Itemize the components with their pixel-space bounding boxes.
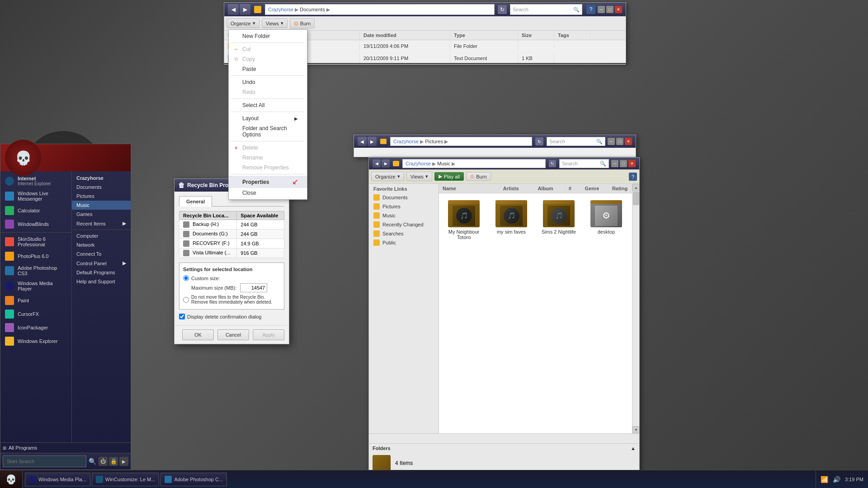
organize-button[interactable]: Organize ▾ [226, 19, 259, 28]
search-bar[interactable]: Search 🔍 [547, 137, 605, 146]
folder-item-2[interactable]: 🎵 my sim faves [491, 198, 532, 429]
menu-item-iconpackager[interactable]: IconPackager [0, 321, 71, 334]
taskbar-item-photoshop[interactable]: Adobe Photoshop C... [160, 473, 227, 486]
folder-item-3[interactable]: 🎵 Sims 2 Nightlife [538, 198, 579, 429]
views-button[interactable]: Views ▾ [406, 172, 432, 181]
help-button[interactable]: ? [629, 173, 637, 181]
refresh-button[interactable]: ↻ [498, 5, 507, 14]
max-size-input[interactable] [240, 283, 267, 292]
ctx-copy[interactable]: ⧉ Copy [229, 54, 307, 64]
col-date[interactable]: Date modified [360, 31, 450, 40]
minimize-button[interactable]: ─ [611, 160, 618, 167]
drive-row[interactable]: Vista Ultimate (... 916 GB [179, 249, 284, 258]
breadcrumb-root[interactable]: Crazyhorse [268, 7, 293, 12]
ctx-delete[interactable]: ✕ Delete [229, 143, 307, 153]
folder-item-4[interactable]: ⚙ desktop [586, 198, 627, 429]
folder-item-1[interactable]: 🎵 My Neighbour Totoro [443, 198, 484, 429]
back-button[interactable]: ◀ [228, 4, 239, 15]
sidebar-documents[interactable]: Documents [369, 193, 439, 202]
no-move-radio[interactable]: Do not move files to the Recycle Bin. Re… [183, 294, 280, 305]
menu-place-computer[interactable]: Computer [72, 231, 131, 240]
forward-button[interactable]: ▶ [368, 137, 377, 146]
col-genre[interactable]: Genre [581, 184, 609, 193]
back-button[interactable]: ◀ [358, 137, 367, 146]
ctx-undo[interactable]: Undo [229, 77, 307, 87]
menu-item-paint[interactable]: Paint [0, 294, 71, 307]
menu-place-documents[interactable]: Documents [72, 183, 131, 192]
ctx-layout[interactable]: Layout ▶ [229, 113, 307, 123]
power-button[interactable]: ⏻ [99, 457, 108, 466]
search-icon[interactable]: 🔍 [89, 458, 96, 465]
scroll-thumb[interactable] [633, 192, 639, 205]
ctx-properties[interactable]: Properties ↙ [229, 176, 307, 188]
ok-button[interactable]: OK [182, 329, 214, 340]
menu-place-connect[interactable]: Connect To [72, 249, 131, 258]
ctx-redo[interactable]: Redo [229, 87, 307, 97]
folders-header[interactable]: Folders ▲ [369, 444, 639, 453]
start-search-input[interactable] [3, 455, 86, 467]
menu-place-games[interactable]: Games [72, 210, 131, 219]
ctx-cut[interactable]: ✂ Cut [229, 44, 307, 54]
burn-button[interactable]: ⊙ Burn [290, 19, 315, 28]
sidebar-public[interactable]: Public [369, 238, 439, 247]
minimize-button[interactable]: ─ [608, 138, 615, 145]
close-button[interactable]: ✕ [625, 138, 632, 145]
cancel-button[interactable]: Cancel [217, 329, 249, 340]
maximize-button[interactable]: □ [620, 160, 627, 167]
refresh-button[interactable]: ↻ [535, 137, 543, 145]
sidebar-pictures[interactable]: Pictures [369, 202, 439, 211]
col-number[interactable]: # [565, 184, 581, 193]
sidebar-recently-changed[interactable]: Recently Changed [369, 220, 439, 229]
menu-place-controlpanel[interactable]: Control Panel ▶ [72, 258, 131, 268]
forward-button[interactable]: ▶ [382, 160, 390, 168]
ctx-remove-props[interactable]: Remove Properties [229, 163, 307, 173]
taskbar-start-area[interactable]: 💀 [0, 470, 23, 488]
ctx-rename[interactable]: Rename [229, 153, 307, 163]
breadcrumb-root[interactable]: Crazyhorse [393, 139, 419, 144]
ctx-close[interactable]: Close [229, 188, 307, 198]
all-programs-label[interactable]: All Programs [9, 445, 37, 450]
menu-item-skinstudio[interactable]: SkinStudio 6 Professional [0, 234, 71, 249]
scroll-track[interactable] [632, 191, 639, 426]
menu-item-internet[interactable]: Internet Internet Explorer [0, 174, 71, 188]
maximize-button[interactable]: □ [606, 6, 613, 13]
ctx-new-folder[interactable]: New Folder [229, 31, 307, 41]
radio-input[interactable] [183, 275, 189, 281]
scrollbar[interactable]: ▲ ▼ [632, 184, 639, 433]
menu-place-recent[interactable]: Recent Items ▶ [72, 219, 131, 228]
drive-row[interactable]: RECOVERY (F:) 14.9 GB [179, 239, 284, 249]
search-bar[interactable]: Search 🔍 [559, 159, 609, 168]
col-artists[interactable]: Artists [500, 184, 534, 193]
drive-row[interactable]: Documents (G:) 244 GB [179, 230, 284, 239]
menu-item-wmp[interactable]: Windows Media Player [0, 278, 71, 294]
forward-button[interactable]: ▶ [240, 4, 250, 15]
col-tags[interactable]: Tags [554, 31, 590, 40]
search-bar[interactable]: Search 🔍 [510, 4, 582, 15]
sidebar-music[interactable]: Music [369, 211, 439, 220]
apply-button[interactable]: Apply [253, 329, 284, 340]
menu-item-calculator[interactable]: Calculator [0, 204, 71, 217]
burn-button[interactable]: ⊙ Burn [466, 172, 491, 181]
radio-input[interactable] [183, 297, 189, 303]
taskbar-item-wmp[interactable]: Windows Media Pla... [25, 473, 90, 486]
menu-item-windowblinds[interactable]: WindowBlinds [0, 217, 71, 231]
ctx-select-all[interactable]: Select All [229, 100, 307, 110]
display-delete-checkbox[interactable] [179, 314, 185, 319]
menu-place-default[interactable]: Default Programs [72, 268, 131, 277]
menu-item-messenger[interactable]: Windows Live Messenger [0, 188, 71, 204]
menu-place-music[interactable]: Music [72, 201, 131, 210]
maximize-button[interactable]: □ [616, 138, 623, 145]
lock-button[interactable]: 🔒 [109, 457, 118, 466]
menu-item-cursorfx[interactable]: CursorFX [0, 307, 71, 321]
menu-item-photoplus[interactable]: PhotoPlus 6.0 [0, 249, 71, 263]
ctx-paste[interactable]: Paste [229, 64, 307, 74]
menu-item-photoshop[interactable]: Adobe Photoshop CS3 [0, 263, 71, 278]
ctx-folder-options[interactable]: Folder and Search Options [229, 123, 307, 140]
breadcrumb-root[interactable]: Crazyhorse [406, 161, 431, 166]
play-all-button[interactable]: ▶ Play all [434, 172, 464, 181]
col-size[interactable]: Size [518, 31, 554, 40]
refresh-button[interactable]: ↻ [549, 160, 556, 167]
col-album[interactable]: Album [534, 184, 565, 193]
col-name[interactable]: Name [439, 184, 500, 193]
scroll-down-button[interactable]: ▼ [632, 426, 639, 433]
